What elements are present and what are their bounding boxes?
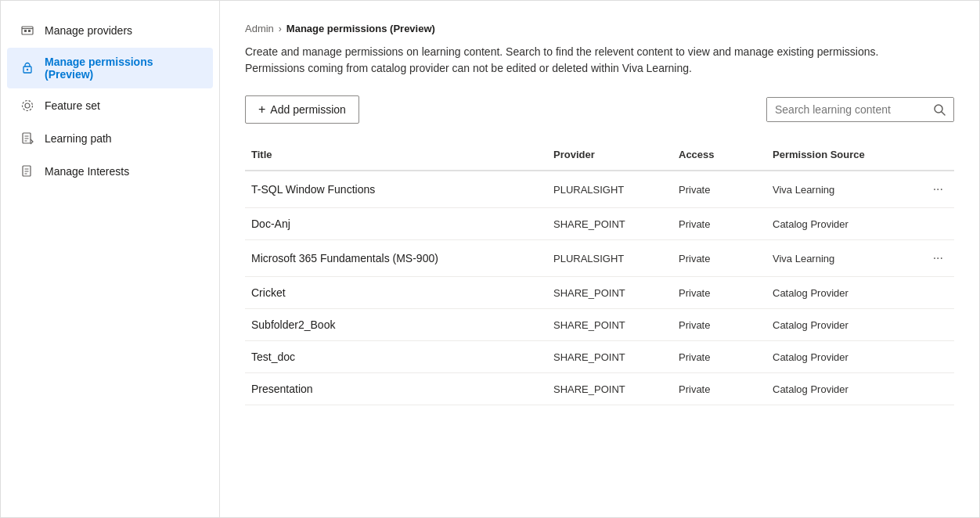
manage-providers-icon [20,23,35,38]
sidebar-item-manage-interests-label: Manage Interests [45,165,129,178]
cell-access: Private [672,319,766,331]
cell-source: Viva Learning [766,184,923,196]
cell-source: Catalog Provider [766,319,923,331]
sidebar: Manage providers Manage permissions (Pre… [1,1,220,517]
cell-provider: SHARE_POINT [547,383,672,395]
cell-provider: SHARE_POINT [547,319,672,331]
breadcrumb-current: Manage permissions (Preview) [286,23,435,34]
search-input[interactable] [767,98,925,121]
cell-provider: PLURALSIGHT [547,184,672,196]
svg-point-7 [23,101,33,111]
sidebar-item-manage-permissions-label: Manage permissions (Preview) [45,56,200,81]
svg-rect-0 [22,27,33,34]
cell-source: Catalog Provider [766,218,923,230]
svg-rect-2 [28,30,31,32]
table-row: Test_doc SHARE_POINT Private Catalog Pro… [245,341,954,373]
cell-access: Private [672,218,766,230]
cell-provider: SHARE_POINT [547,351,672,363]
cell-provider: SHARE_POINT [547,287,672,299]
cell-title: Cricket [245,286,547,299]
more-options-button[interactable]: ··· [928,181,948,198]
cell-title: Doc-Anj [245,218,547,230]
col-actions [923,146,954,164]
sidebar-item-learning-path-label: Learning path [45,132,112,145]
svg-point-5 [27,69,28,70]
manage-permissions-icon [20,60,35,76]
cell-access: Private [672,253,766,264]
sidebar-item-manage-providers-label: Manage providers [45,24,132,37]
more-options-button[interactable]: ··· [928,250,948,267]
table-row: Presentation SHARE_POINT Private Catalog… [245,373,954,405]
cell-actions: ··· [923,181,954,198]
col-title: Title [245,146,547,164]
cell-source: Catalog Provider [766,351,923,363]
search-icon [933,103,946,116]
plus-icon: + [258,103,265,117]
table-row: Cricket SHARE_POINT Private Catalog Prov… [245,277,954,309]
table-row: Subfolder2_Book SHARE_POINT Private Cata… [245,309,954,341]
breadcrumb-parent[interactable]: Admin [245,23,274,34]
search-box[interactable] [766,97,954,122]
add-permission-button[interactable]: + Add permission [245,95,359,124]
col-provider: Provider [547,146,672,164]
manage-interests-icon [20,164,35,179]
search-button[interactable] [925,98,953,121]
cell-access: Private [672,351,766,363]
cell-provider: PLURALSIGHT [547,253,672,264]
sidebar-item-manage-permissions[interactable]: Manage permissions (Preview) [7,48,213,88]
feature-set-icon [20,98,35,113]
cell-source: Viva Learning [766,253,923,264]
sidebar-item-feature-set[interactable]: Feature set [7,90,213,121]
cell-title: Subfolder2_Book [245,318,547,331]
table-row: T-SQL Window Functions PLURALSIGHT Priva… [245,171,954,208]
page-description: Create and manage permissions on learnin… [245,44,918,77]
table-header: Title Provider Access Permission Source [245,139,954,171]
cell-actions: ··· [923,250,954,267]
cell-access: Private [672,184,766,196]
sidebar-item-feature-set-label: Feature set [45,99,100,112]
table-row: Doc-Anj SHARE_POINT Private Catalog Prov… [245,208,954,240]
breadcrumb: Admin › Manage permissions (Preview) [245,23,954,34]
cell-source: Catalog Provider [766,287,923,299]
cell-source: Catalog Provider [766,383,923,395]
svg-line-17 [942,112,945,115]
sidebar-item-manage-interests[interactable]: Manage Interests [7,156,213,187]
main-content: Admin › Manage permissions (Preview) Cre… [220,1,979,517]
sidebar-item-learning-path[interactable]: Learning path [7,123,213,154]
table-body: T-SQL Window Functions PLURALSIGHT Priva… [245,171,954,405]
cell-provider: SHARE_POINT [547,218,672,230]
learning-path-icon [20,131,35,146]
permissions-table: Title Provider Access Permission Source … [245,139,954,405]
cell-title: T-SQL Window Functions [245,183,547,196]
toolbar: + Add permission [245,95,954,124]
col-access: Access [672,146,766,164]
cell-title: Presentation [245,383,547,395]
breadcrumb-separator: › [279,23,282,34]
svg-rect-1 [24,30,27,32]
svg-point-6 [25,103,30,108]
cell-access: Private [672,383,766,395]
cell-access: Private [672,287,766,299]
sidebar-item-manage-providers[interactable]: Manage providers [7,15,213,46]
add-permission-label: Add permission [270,103,346,116]
cell-title: Test_doc [245,351,547,363]
col-permission-source: Permission Source [766,146,923,164]
table-row: Microsoft 365 Fundamentals (MS-900) PLUR… [245,240,954,277]
cell-title: Microsoft 365 Fundamentals (MS-900) [245,252,547,264]
